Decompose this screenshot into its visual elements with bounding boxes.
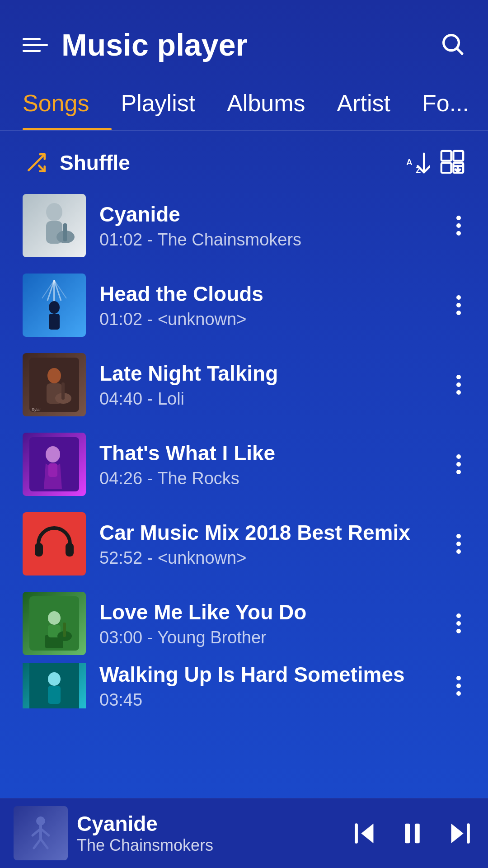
header: Music player [0, 0, 488, 76]
song-meta: 01:02 - <unknown> [99, 310, 438, 329]
song-title: Late Night Talking [99, 361, 438, 386]
song-item[interactable]: Walking Up Is Hard Sometimes 03:45 [0, 663, 488, 708]
song-info: That's What I Like 04:26 - The Rocks [99, 441, 438, 488]
song-title: Head the Clouds [99, 282, 438, 306]
song-thumbnail [23, 433, 86, 496]
song-info: Car Music Mix 2018 Best Remix 52:52 - <u… [99, 520, 438, 568]
song-thumbnail [23, 194, 86, 257]
song-info: Cyanide 01:02 - The Chainsmokers [99, 202, 438, 250]
svg-rect-7 [441, 151, 451, 161]
shuffle-icon [23, 151, 50, 174]
menu-icon[interactable] [23, 38, 48, 52]
svg-rect-41 [63, 623, 66, 637]
app-title: Music player [61, 27, 248, 62]
next-button[interactable] [445, 819, 474, 848]
more-options-button[interactable] [452, 291, 465, 320]
song-item[interactable]: Head the Clouds 01:02 - <unknown> [0, 265, 488, 345]
shuffle-button[interactable]: Shuffle [23, 151, 130, 175]
grid-view-button[interactable] [439, 149, 465, 177]
controls-row: Shuffle A Z [0, 131, 488, 186]
song-item[interactable]: Cyanide 01:02 - The Chainsmokers [0, 186, 488, 265]
svg-point-43 [48, 672, 61, 686]
tab-artist[interactable]: Artist [328, 80, 413, 130]
song-meta: 01:02 - The Chainsmokers [99, 230, 438, 250]
sort-icons: A Z [405, 149, 465, 177]
svg-text:Sylar: Sylar [32, 407, 41, 412]
pause-button[interactable] [398, 819, 427, 848]
song-meta: 52:52 - <unknown> [99, 548, 438, 568]
svg-rect-32 [29, 437, 79, 491]
song-meta: 03:45 [99, 690, 438, 709]
np-controls [350, 819, 474, 848]
svg-text:A: A [406, 157, 412, 167]
svg-line-1 [457, 49, 462, 54]
more-options-button[interactable] [452, 529, 465, 558]
svg-line-50 [41, 839, 47, 848]
svg-rect-44 [48, 686, 61, 704]
song-info: Head the Clouds 01:02 - <unknown> [99, 282, 438, 329]
tab-songs[interactable]: Songs [23, 80, 112, 130]
song-title: Car Music Mix 2018 Best Remix [99, 520, 438, 545]
svg-marker-55 [451, 823, 464, 843]
svg-line-19 [42, 280, 54, 298]
song-title: Cyanide [99, 202, 438, 226]
svg-rect-53 [405, 823, 410, 843]
svg-line-16 [47, 280, 54, 301]
svg-line-20 [54, 280, 66, 298]
song-title: That's What I Like [99, 441, 438, 465]
shuffle-label: Shuffle [60, 151, 130, 175]
song-list: Cyanide 01:02 - The Chainsmokers [0, 186, 488, 783]
song-info: Walking Up Is Hard Sometimes 03:45 [99, 663, 438, 708]
previous-button[interactable] [350, 819, 380, 848]
svg-rect-54 [415, 823, 420, 843]
svg-rect-35 [66, 543, 74, 557]
tab-albums[interactable]: Albums [218, 80, 328, 130]
song-title: Love Me Like You Do [99, 600, 438, 624]
song-meta: 04:26 - The Rocks [99, 469, 438, 488]
svg-point-21 [49, 301, 60, 314]
svg-rect-27 [61, 382, 65, 400]
more-options-button[interactable] [452, 450, 465, 479]
song-item[interactable]: Love Me Like You Do 03:00 - Young Brothe… [0, 584, 488, 663]
song-thumbnail [23, 274, 86, 337]
song-info: Love Me Like You Do 03:00 - Young Brothe… [99, 600, 438, 647]
song-thumbnail: Sylar [23, 353, 86, 416]
az-sort-button[interactable]: A Z [405, 151, 430, 175]
now-playing-bar: Cyanide The Chainsmokers [0, 798, 488, 868]
np-thumbnail [14, 806, 68, 860]
song-thumbnail [23, 592, 86, 655]
np-artist: The Chainsmokers [77, 836, 341, 855]
svg-line-49 [34, 839, 41, 848]
song-item[interactable]: Sylar Late Night Talking 04:40 - Loli [0, 345, 488, 425]
song-item[interactable]: Car Music Mix 2018 Best Remix 52:52 - <u… [0, 504, 488, 584]
more-options-button[interactable] [452, 370, 465, 399]
svg-line-18 [54, 280, 61, 301]
song-item[interactable]: That's What I Like 04:26 - The Rocks [0, 425, 488, 504]
header-left: Music player [23, 27, 248, 62]
song-meta: 04:40 - Loli [99, 389, 438, 409]
song-title: Walking Up Is Hard Sometimes [99, 663, 438, 687]
song-thumbnail [23, 512, 86, 576]
more-options-button[interactable] [452, 671, 465, 700]
more-options-button[interactable] [452, 211, 465, 240]
song-thumbnail [23, 663, 86, 708]
svg-rect-9 [441, 163, 451, 173]
song-info: Late Night Talking 04:40 - Loli [99, 361, 438, 409]
svg-point-12 [46, 203, 62, 221]
svg-point-24 [47, 368, 61, 383]
svg-point-38 [48, 611, 61, 625]
svg-rect-15 [63, 223, 67, 241]
np-info: Cyanide The Chainsmokers [77, 811, 341, 855]
tab-playlist[interactable]: Playlist [112, 80, 218, 130]
svg-rect-22 [49, 314, 60, 330]
tab-folder[interactable]: Fo... [413, 80, 488, 130]
tab-bar: Songs Playlist Albums Artist Fo... [0, 76, 488, 131]
song-meta: 03:00 - Young Brother [99, 628, 438, 647]
search-icon[interactable] [439, 31, 465, 59]
svg-rect-34 [35, 543, 43, 557]
more-options-button[interactable] [452, 609, 465, 638]
svg-marker-51 [361, 823, 373, 843]
np-title: Cyanide [77, 811, 341, 836]
svg-rect-8 [453, 151, 463, 161]
